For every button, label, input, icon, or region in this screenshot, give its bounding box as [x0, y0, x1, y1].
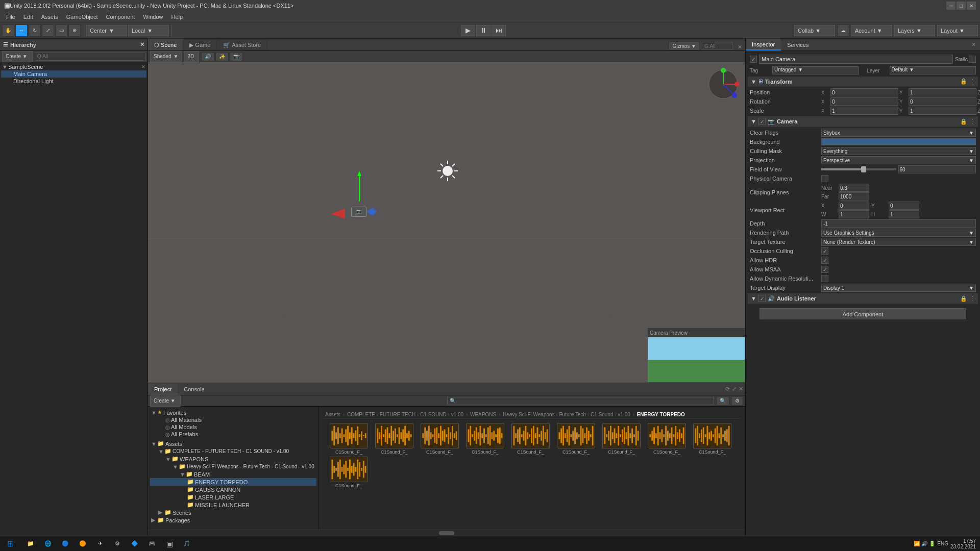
tab-project[interactable]: Project [148, 384, 178, 395]
hierarchy-close-icon[interactable]: ✕ [140, 41, 144, 48]
bottom-scrollbar[interactable] [148, 530, 745, 536]
menu-component[interactable]: Component [102, 13, 139, 21]
transform-lock-icon[interactable]: 🔒 [960, 78, 967, 85]
tree-favorites[interactable]: ▼ ★ Favorites [150, 409, 316, 416]
fov-slider-thumb[interactable] [861, 166, 866, 172]
scrollbar-thumb[interactable] [439, 531, 454, 535]
menu-assets[interactable]: Assets [37, 13, 62, 21]
fov-slider-track[interactable] [821, 168, 896, 170]
restore-button[interactable]: □ [957, 2, 966, 10]
menu-file[interactable]: File [2, 13, 19, 21]
hand-tool-button[interactable]: ✋ [2, 24, 14, 37]
project-search-input[interactable] [447, 397, 715, 405]
target-display-dropdown[interactable]: Display 1 ▼ [821, 284, 976, 292]
audio-file-9[interactable]: C1Sound_F_ [691, 423, 734, 455]
position-x-input[interactable] [830, 88, 898, 96]
allow-dynamic-checkbox[interactable] [821, 275, 828, 282]
tree-beam[interactable]: ▼ 📁 BEAM [150, 470, 316, 478]
rect-tool-button[interactable]: ▭ [55, 24, 67, 37]
audio-file-1[interactable]: C1Sound_F_ [327, 423, 371, 455]
tree-laser-large[interactable]: 📁 LASER LARGE [150, 493, 316, 501]
menu-gameobject[interactable]: GameObject [62, 13, 102, 21]
taskbar-epic-app[interactable]: 🎮 [144, 537, 160, 551]
taskbar-app7[interactable]: 🔷 [127, 537, 143, 551]
layout-dropdown[interactable]: Layout ▼ [937, 25, 978, 36]
clipping-near-input[interactable] [839, 184, 869, 192]
step-button[interactable]: ⏭ [492, 25, 506, 36]
close-button[interactable]: ✕ [967, 2, 976, 10]
project-expand-icon[interactable]: ⤢ [732, 386, 737, 392]
scene-effects-btn[interactable]: ✨ [215, 52, 229, 61]
project-refresh-icon[interactable]: ⟳ [725, 386, 730, 392]
tab-inspector[interactable]: Inspector [746, 39, 781, 51]
viewport-w-input[interactable] [839, 210, 869, 218]
audio-file-8[interactable]: C1Sound_F_ [645, 423, 689, 455]
breadcrumb-heavy-scifi[interactable]: Heavy Sci-Fi Weapons - Future Tech - C1 … [503, 412, 630, 417]
audio-listener-enabled-checkbox[interactable] [758, 295, 766, 302]
hierarchy-search-input[interactable] [35, 53, 145, 61]
taskbar-blender-app[interactable]: 🟠 [75, 537, 91, 551]
hierarchy-item-samplescene[interactable]: ▼ SampleScene ✕ [1, 63, 146, 70]
tree-energy-torpedo[interactable]: 📁 ENERGY TORPEDO [150, 478, 316, 486]
account-dropdown[interactable]: Account ▼ [851, 25, 892, 36]
tree-all-materials[interactable]: ◎ All Materials [150, 416, 316, 423]
add-component-button[interactable]: Add Component [760, 308, 967, 319]
scale-tool-button[interactable]: ⤢ [42, 24, 54, 37]
projection-dropdown[interactable]: Perspective ▼ [821, 156, 976, 164]
tree-all-models[interactable]: ◎ All Models [150, 423, 316, 431]
rotate-tool-button[interactable]: ↻ [29, 24, 41, 37]
pivot-local-dropdown[interactable]: Local ▼ [128, 25, 169, 36]
scene-view[interactable]: 📷 [148, 62, 745, 383]
tab-scene[interactable]: ⬡ Scene [148, 39, 183, 51]
clock[interactable]: 17:57 23.02.2021 [950, 538, 976, 549]
audio-file-3[interactable]: C1Sound_F_ [418, 423, 461, 455]
viewport-h-input[interactable] [889, 210, 919, 218]
taskbar-app3[interactable]: 🔵 [57, 537, 74, 551]
position-y-input[interactable] [909, 88, 976, 96]
breadcrumb-assets[interactable]: Assets [325, 412, 340, 417]
move-tool-button[interactable]: ↔ [15, 24, 28, 37]
window-controls[interactable]: ─ □ ✕ [946, 2, 976, 10]
audio-file-10[interactable]: C1Sound_F_ [327, 457, 371, 488]
tree-missile-launcher[interactable]: 📁 MISSILE LAUNCHER [150, 501, 316, 509]
static-checkbox[interactable] [969, 56, 976, 63]
audio-file-4[interactable]: C1Sound_F_ [463, 423, 507, 455]
physical-camera-checkbox[interactable] [821, 175, 828, 182]
tree-gauss-cannon[interactable]: 📁 GAUSS CANNON [150, 486, 316, 493]
target-texture-dropdown[interactable]: None (Render Texture) ▼ [821, 238, 976, 246]
audio-file-6[interactable]: C1Sound_F_ [554, 423, 598, 455]
tree-heavy-scifi[interactable]: ▼ 📁 Heavy Sci-Fi Weapons - Future Tech -… [150, 463, 316, 470]
audio-listener-menu-icon[interactable]: ⋮ [969, 295, 975, 302]
rendering-path-dropdown[interactable]: Use Graphics Settings ▼ [821, 229, 976, 237]
tab-console[interactable]: Console [178, 384, 210, 395]
fov-input[interactable] [898, 165, 976, 173]
occlusion-culling-checkbox[interactable] [821, 247, 828, 255]
project-settings-btn[interactable]: ⚙ [731, 396, 743, 406]
play-button[interactable]: ▶ [461, 25, 475, 36]
volume-icon[interactable]: 🔊 [921, 541, 927, 546]
transform-menu-icon[interactable]: ⋮ [969, 78, 975, 85]
taskbar-explorer-app[interactable]: 📁 [22, 537, 39, 551]
breadcrumb-weapons[interactable]: WEAPONS [470, 412, 496, 417]
viewport-x-input[interactable] [839, 202, 869, 210]
scale-x-input[interactable] [830, 107, 898, 115]
minimize-button[interactable]: ─ [946, 2, 955, 10]
hierarchy-item-directional-light[interactable]: Directional Light [1, 78, 146, 85]
object-name-input[interactable] [759, 55, 953, 64]
hierarchy-item-main-camera[interactable]: Main Camera [1, 70, 146, 78]
background-color-swatch[interactable] [821, 138, 976, 145]
breadcrumb-complete[interactable]: COMPLETE - FUTURE TECH - C1 SOUND - v1.0… [347, 412, 463, 417]
taskbar-chrome-app[interactable]: 🌐 [40, 537, 56, 551]
audio-file-5[interactable]: C1Sound_F_ [509, 423, 552, 455]
search-icon-btn[interactable]: 🔍 [716, 396, 729, 406]
pause-button[interactable]: ⏸ [476, 25, 491, 36]
scene-audio-btn[interactable]: 🔊 [201, 52, 214, 61]
taskbar-audio-app[interactable]: 🎵 [179, 537, 195, 551]
menu-help[interactable]: Help [167, 13, 187, 21]
hierarchy-create-button[interactable]: Create ▼ [2, 51, 33, 62]
scale-y-input[interactable] [909, 107, 976, 115]
tab-asset-store[interactable]: 🛒 Asset Store [217, 39, 267, 51]
taskbar-unity-app[interactable]: ▣ [161, 537, 178, 551]
rotation-y-input[interactable] [909, 97, 976, 106]
clipping-far-input[interactable] [839, 192, 869, 201]
